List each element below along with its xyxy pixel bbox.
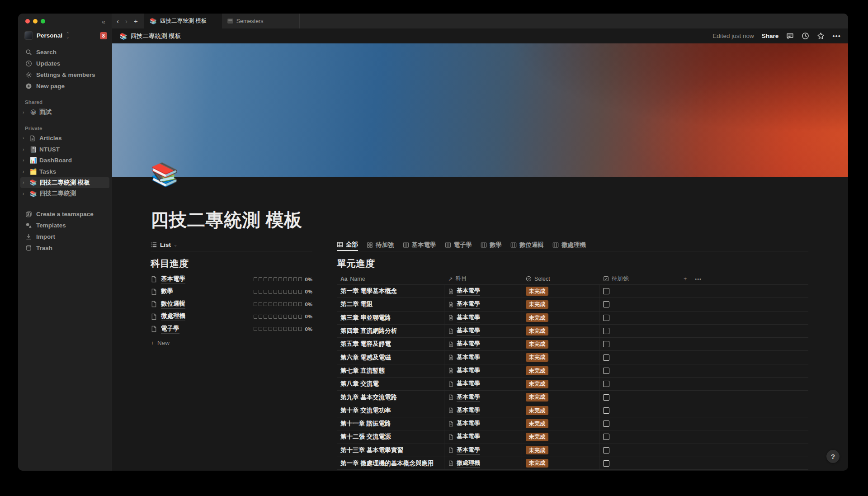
- cell-name[interactable]: 第四章 直流網路分析: [337, 325, 444, 337]
- cell-status[interactable]: 未完成: [522, 457, 599, 469]
- cell-status[interactable]: 未完成: [522, 351, 599, 364]
- cell-name[interactable]: 第五章 電容及靜電: [337, 338, 444, 350]
- review-checkbox[interactable]: [603, 354, 609, 361]
- review-checkbox[interactable]: [603, 381, 609, 387]
- sidebar-item-import[interactable]: Import: [18, 231, 112, 242]
- cell-name[interactable]: 第十三章 基本電學實習: [337, 444, 444, 457]
- cell-status[interactable]: 未完成: [522, 404, 599, 417]
- table-row[interactable]: 第十三章 基本電學實習 基本電學 未完成: [337, 444, 808, 457]
- column-header-subject[interactable]: ↗ 科目: [444, 273, 522, 284]
- subject-relation[interactable]: 基本電學: [457, 446, 480, 455]
- cell-status[interactable]: 未完成: [522, 298, 599, 311]
- cell-status[interactable]: 未完成: [522, 325, 599, 337]
- subject-relation[interactable]: 基本電學: [457, 432, 480, 441]
- status-badge[interactable]: 未完成: [526, 459, 548, 468]
- cell-review[interactable]: [599, 285, 677, 298]
- status-badge[interactable]: 未完成: [526, 393, 548, 402]
- cell-status[interactable]: 未完成: [522, 312, 599, 324]
- cell-review[interactable]: [599, 312, 677, 324]
- review-checkbox[interactable]: [603, 288, 609, 294]
- review-checkbox[interactable]: [603, 420, 609, 427]
- table-row[interactable]: 第十一章 諧振電路 基本電學 未完成: [337, 417, 808, 430]
- more-options-icon[interactable]: •••: [832, 32, 841, 40]
- status-badge[interactable]: 未完成: [526, 446, 548, 454]
- review-checkbox[interactable]: [603, 368, 609, 374]
- page-cover-image[interactable]: [112, 43, 848, 177]
- column-header-review[interactable]: 待加強: [599, 273, 677, 284]
- cell-subject[interactable]: 基本電學: [444, 285, 522, 298]
- cell-name[interactable]: 第六章 電感及電磁: [337, 351, 444, 364]
- status-badge[interactable]: 未完成: [526, 380, 548, 388]
- table-row[interactable]: 第三章 串並聯電路 基本電學 未完成: [337, 311, 808, 324]
- cell-name[interactable]: 第二章 電阻: [337, 298, 444, 311]
- cell-subject[interactable]: 基本電學: [444, 444, 522, 457]
- cell-status[interactable]: 未完成: [522, 378, 599, 390]
- add-new-row-button[interactable]: + New: [151, 337, 312, 350]
- review-checkbox[interactable]: [603, 394, 609, 401]
- cell-name[interactable]: 第三章 串並聯電路: [337, 312, 444, 324]
- cell-name[interactable]: 第十二張 交流電源: [337, 430, 444, 443]
- sidebar-item-dashboard[interactable]: › 📊 DashBoard: [20, 155, 109, 166]
- list-item[interactable]: 微處理機 0%: [151, 311, 312, 323]
- subject-name[interactable]: 電子學: [161, 325, 179, 334]
- chevron-right-icon[interactable]: ›: [23, 158, 27, 163]
- list-view-switcher[interactable]: List ⌄: [151, 239, 312, 251]
- cell-review[interactable]: [599, 391, 677, 403]
- view-tab-digital-logic[interactable]: 數位邏輯: [510, 239, 544, 251]
- cell-name[interactable]: 第九章 基本交流電路: [337, 391, 444, 403]
- review-checkbox[interactable]: [603, 434, 609, 440]
- cell-review[interactable]: [599, 378, 677, 390]
- list-item[interactable]: 數學 0%: [151, 286, 312, 298]
- column-header-select[interactable]: Select: [522, 273, 599, 284]
- cell-subject[interactable]: 基本電學: [444, 351, 522, 364]
- cell-subject[interactable]: 基本電學: [444, 430, 522, 443]
- workspace-switcher[interactable]: Personal ⌃⌄ 8: [18, 29, 112, 42]
- status-badge[interactable]: 未完成: [526, 326, 548, 335]
- sidebar-item-templates[interactable]: Templates: [18, 220, 112, 231]
- table-row[interactable]: 第七章 直流暫態 基本電學 未完成: [337, 364, 808, 377]
- cell-review[interactable]: [599, 325, 677, 337]
- list-item[interactable]: 電子學 0%: [151, 323, 312, 335]
- review-checkbox[interactable]: [603, 315, 609, 321]
- cell-status[interactable]: 未完成: [522, 444, 599, 457]
- cell-review[interactable]: [599, 404, 677, 417]
- status-badge[interactable]: 未完成: [526, 433, 548, 441]
- cell-subject[interactable]: 微處理機: [444, 457, 522, 469]
- cell-status[interactable]: 未完成: [522, 338, 599, 350]
- sidebar-item-tasks[interactable]: › 🗂️ Tasks: [20, 166, 109, 177]
- sidebar-item-search[interactable]: Search: [18, 47, 112, 58]
- review-checkbox[interactable]: [603, 328, 609, 334]
- status-badge[interactable]: 未完成: [526, 300, 548, 309]
- sidebar-item-settings[interactable]: Settings & members: [18, 69, 112, 80]
- view-tab-basic-electricity[interactable]: 基本電學: [403, 239, 436, 251]
- subject-relation[interactable]: 基本電學: [457, 287, 480, 296]
- sidebar-item-new-page[interactable]: New page: [18, 80, 112, 92]
- sidebar-item-create-teamspace[interactable]: Create a teamspace: [18, 208, 112, 220]
- subject-relation[interactable]: 基本電學: [457, 313, 480, 322]
- table-row[interactable]: 第六章 電感及電磁 基本電學 未完成: [337, 350, 808, 364]
- subject-relation[interactable]: 基本電學: [457, 406, 480, 415]
- cell-review[interactable]: [599, 430, 677, 443]
- cell-subject[interactable]: 基本電學: [444, 338, 522, 350]
- cell-review[interactable]: [599, 351, 677, 364]
- review-checkbox[interactable]: [603, 341, 609, 347]
- cell-status[interactable]: 未完成: [522, 391, 599, 403]
- sidebar-item-mianshi[interactable]: › 😀 面試: [20, 107, 109, 118]
- chevron-right-icon[interactable]: ›: [23, 110, 27, 115]
- updates-clock-icon[interactable]: [802, 32, 809, 40]
- tab-template-page[interactable]: 📚 四技二專統測 模板: [144, 14, 222, 28]
- status-badge[interactable]: 未完成: [526, 353, 548, 362]
- cell-name[interactable]: 第十章 交流電功率: [337, 404, 444, 417]
- sidebar-item-trash[interactable]: Trash: [18, 242, 112, 254]
- subject-name[interactable]: 微處理機: [161, 312, 185, 321]
- column-header-name[interactable]: Aa Name: [337, 273, 444, 284]
- subject-relation[interactable]: 微處理機: [457, 459, 480, 468]
- chevron-right-icon[interactable]: ›: [23, 147, 27, 152]
- subject-name[interactable]: 數學: [161, 287, 173, 296]
- tab-semesters[interactable]: Semesters: [222, 14, 300, 28]
- sidebar-item-template-page[interactable]: › 📚 四技二專統測 模板: [20, 177, 109, 189]
- review-checkbox[interactable]: [603, 447, 609, 453]
- cell-subject[interactable]: 基本電學: [444, 312, 522, 324]
- view-tab-electronics[interactable]: 電子學: [445, 239, 472, 251]
- sidebar-collapse-icon[interactable]: «: [102, 18, 105, 25]
